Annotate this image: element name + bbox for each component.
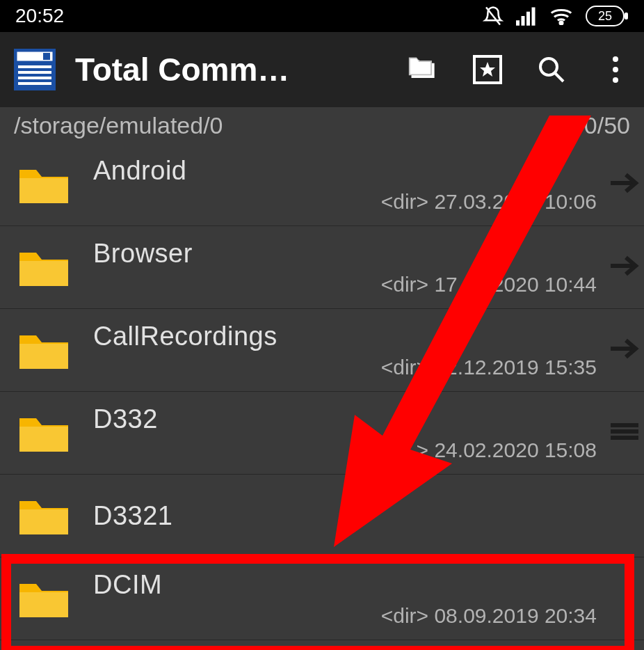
battery-icon: 25 [586,6,629,26]
svg-point-22 [613,67,618,72]
arrow-right-icon [609,171,640,198]
folder-meta: <dir> 08.09.2019 20:34 [381,604,597,628]
folder-icon [17,411,71,454]
folder-name: D3321 [93,501,599,531]
svg-rect-16 [18,82,51,85]
folder-meta: > 24.02.2020 15:08 [417,438,597,462]
folder-row[interactable]: Download<dir> 19.05.2020 17:59 [0,640,644,650]
arrow-right-icon [609,253,640,281]
row-text: D332> 24.02.2020 15:08 [93,404,599,462]
app-bar: Total Comm… [0,32,644,107]
selection-counter: 0/50 [584,112,630,139]
folder-row[interactable]: Android<dir> 27.03.2020 10:06 [0,143,644,226]
app-title: Total Comm… [75,51,408,88]
svg-rect-15 [18,77,51,79]
bookmarks-button[interactable] [472,54,504,86]
svg-rect-4 [532,8,536,26]
svg-rect-2 [522,16,525,26]
folders-button[interactable] [408,54,440,86]
current-path: /storage/emulated/0 [14,112,223,139]
row-text: D3321 [93,501,599,531]
svg-rect-13 [18,65,51,68]
path-bar[interactable]: /storage/emulated/0 0/50 [0,107,644,143]
overflow-menu-button[interactable] [599,54,631,86]
svg-rect-12 [43,53,50,60]
folder-row[interactable]: Browser<dir> 17.04.2020 10:44 [0,226,644,309]
folder-icon [17,328,71,372]
folder-name: DCIM [93,570,599,600]
folder-icon [17,163,71,206]
row-text: Android<dir> 27.03.2020 10:06 [93,156,599,214]
folder-icon [17,577,71,620]
signal-icon [516,6,537,26]
svg-rect-14 [18,71,51,74]
folder-row[interactable]: D332> 24.02.2020 15:08 [0,392,644,475]
file-list: Android<dir> 27.03.2020 10:06Browser<dir… [0,143,644,650]
folder-row[interactable]: D3321 [0,475,644,557]
folder-meta: <dir> 27.03.2020 10:06 [381,190,597,214]
status-bar: 20:52 25 [0,0,644,32]
row-text: DCIM<dir> 08.09.2019 20:34 [93,570,599,628]
row-text: Browser<dir> 17.04.2020 10:44 [93,239,599,296]
app-logo-icon [13,47,57,92]
arrow-right-icon [609,336,640,364]
mute-icon [483,6,504,26]
folder-name: D332 [93,404,599,434]
menu-icon [609,421,640,445]
svg-point-5 [560,22,563,24]
folder-name: CallRecordings [93,322,599,351]
svg-text:25: 25 [598,9,612,23]
svg-rect-3 [526,12,530,26]
folder-row[interactable]: CallRecordings<dir> 22.12.2019 15:35 [0,309,644,392]
folder-meta: <dir> 22.12.2019 15:35 [381,356,597,379]
svg-line-20 [555,73,563,81]
folder-meta: <dir> 17.04.2020 10:44 [381,273,597,296]
svg-rect-7 [625,13,628,19]
svg-rect-1 [516,20,520,26]
svg-point-23 [613,77,618,83]
wifi-icon [549,7,573,25]
svg-point-21 [613,56,618,62]
folder-icon [17,246,71,289]
folder-name: Browser [93,239,599,269]
status-icons: 25 [483,6,629,26]
search-button[interactable] [536,54,567,86]
status-time: 20:52 [15,5,64,27]
svg-point-19 [540,58,557,75]
row-text: CallRecordings<dir> 22.12.2019 15:35 [93,322,599,379]
svg-marker-18 [480,62,495,77]
folder-name: Android [93,156,599,186]
folder-icon [17,494,71,537]
folder-row[interactable]: DCIM<dir> 08.09.2019 20:34 [0,557,644,640]
